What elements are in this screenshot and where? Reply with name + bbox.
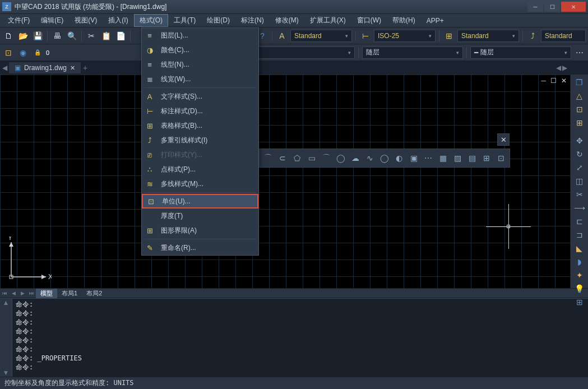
cloud-icon[interactable]: ☁ <box>350 153 360 163</box>
menu-dropdown-item[interactable]: ≡线型(N)... <box>142 57 258 72</box>
open-icon[interactable]: 📂 <box>17 30 29 42</box>
arc2-icon[interactable]: ⊂ <box>277 153 288 163</box>
offset-icon[interactable]: ⊡ <box>573 105 586 114</box>
rect-icon[interactable]: ▭ <box>307 153 317 163</box>
menu-item[interactable]: 绘图(D) <box>201 14 235 27</box>
paste-icon[interactable]: 📄 <box>114 30 127 42</box>
gradient-icon[interactable]: ▨ <box>452 153 462 163</box>
region-icon[interactable]: ▤ <box>467 153 477 163</box>
layout-nav-prev-icon[interactable]: ◀ <box>9 290 18 296</box>
command-text[interactable]: 命令: 命令: 命令: 命令: 命令: 命令: 命令: _PROPERTIES … <box>12 299 588 377</box>
layout-tab[interactable]: 布局2 <box>82 289 107 298</box>
menu-item[interactable]: 修改(M) <box>270 14 304 27</box>
mirror-icon[interactable]: △ <box>573 91 586 100</box>
fillet-icon[interactable]: ◗ <box>573 257 586 266</box>
props-icon[interactable]: ⊞ <box>573 298 586 307</box>
menu-dropdown-item[interactable]: A文字样式(S)... <box>142 89 258 104</box>
hatch-icon[interactable]: ▦ <box>438 153 448 163</box>
mleader-combo[interactable]: Standard <box>541 30 586 42</box>
menu-dropdown-item[interactable]: ∴点样式(P)... <box>142 162 258 177</box>
menu-item[interactable]: 窗口(W) <box>351 14 387 27</box>
menu-item[interactable]: 视图(V) <box>69 14 103 27</box>
drawing-max-icon[interactable]: ☐ <box>550 77 557 85</box>
mleader-icon[interactable]: ⤴ <box>526 30 539 42</box>
layout-tab[interactable]: 模型 <box>36 289 57 298</box>
layer-icon[interactable]: ⊡ <box>2 47 15 59</box>
floating-close-icon[interactable]: ✕ <box>497 133 510 146</box>
tablestyle-icon[interactable]: ⊞ <box>443 30 455 42</box>
menu-dropdown-item[interactable]: ≡图层(L)... <box>142 28 258 43</box>
table-icon[interactable]: ⊞ <box>481 153 492 163</box>
command-scroll[interactable]: ▲▼ <box>0 299 12 377</box>
copy-tool-icon[interactable]: ❐ <box>573 78 586 87</box>
stretch-icon[interactable]: ◫ <box>573 177 586 186</box>
preview-icon[interactable]: 🔍 <box>66 30 78 42</box>
polygon-icon[interactable]: ⬠ <box>292 153 302 163</box>
menu-item[interactable]: 插入(I) <box>103 14 133 27</box>
dimstyle-icon[interactable]: ⊢ <box>359 30 372 42</box>
menu-dropdown-item[interactable]: ⊞表格样式(B)... <box>142 118 258 133</box>
layer-num-icon[interactable]: 🔒 <box>31 47 44 59</box>
linetype-icon[interactable]: ⋯ <box>573 47 586 59</box>
layer-combo[interactable]: ▾ <box>254 47 355 59</box>
dimstyle-combo[interactable]: ISO-25▾ <box>374 30 436 42</box>
drawing-canvas[interactable]: ─ ☐ ✕ X Y <box>0 75 570 288</box>
maximize-button[interactable]: ☐ <box>544 2 560 12</box>
nav-left-icon[interactable]: ◀ <box>556 64 561 72</box>
arc-icon[interactable]: ⌒ <box>263 153 273 163</box>
linetype-combo[interactable]: 随层▾ <box>362 47 463 59</box>
floating-draw-toolbar[interactable]: ✕ ⌒ ⊂ ⬠ ▭ ⌒ ◯ ☁ ∿ ◯ ◐ ▣ ⋯ ▦ ▨ ▤ ⊞ ⊡ <box>259 149 510 168</box>
menu-dropdown-item[interactable]: ≋多线样式(M)... <box>142 177 258 191</box>
menu-dropdown-item[interactable]: ⊞图形界限(A) <box>142 223 258 238</box>
menu-dropdown-item[interactable]: ◑颜色(C)... <box>142 43 258 57</box>
nav-right-icon[interactable]: ▶ <box>562 64 567 72</box>
minimize-button[interactable]: ─ <box>527 2 543 12</box>
cut-icon[interactable]: ✂ <box>85 30 98 42</box>
menu-item[interactable]: 扩展工具(X) <box>304 14 351 27</box>
layout-nav-last-icon[interactable]: ⏭ <box>27 290 36 296</box>
explode-icon[interactable]: ✦ <box>573 271 586 280</box>
textstyle-combo[interactable]: Standard▾ <box>290 30 352 42</box>
menu-item[interactable]: 格式(O) <box>134 14 168 27</box>
break-icon[interactable]: ⊏ <box>573 217 586 226</box>
tab-add-icon[interactable]: + <box>81 63 90 72</box>
block-icon[interactable]: ▣ <box>409 153 419 163</box>
menu-dropdown-item[interactable]: ⊡单位(U)... <box>142 194 258 209</box>
scale-icon[interactable]: ⤢ <box>573 163 586 172</box>
array-icon[interactable]: ⊞ <box>573 118 586 127</box>
arc3-icon[interactable]: ⌒ <box>321 153 331 163</box>
textstyle-icon[interactable]: A <box>276 30 288 42</box>
save-icon[interactable]: 💾 <box>31 30 44 42</box>
close-button[interactable]: ✕ <box>561 2 586 12</box>
copy-icon[interactable]: 📋 <box>100 30 112 42</box>
layout-nav-next-icon[interactable]: ▶ <box>18 290 27 296</box>
ellipse-icon[interactable]: ◯ <box>379 153 390 163</box>
donut-icon[interactable]: ◐ <box>394 153 404 163</box>
join-icon[interactable]: ⊐ <box>573 230 586 239</box>
rotate-icon[interactable]: ↻ <box>573 150 586 159</box>
document-tab[interactable]: ▣ Drawing1.dwg ✕ <box>9 62 81 73</box>
menu-item[interactable]: 帮助(H) <box>387 14 421 27</box>
bulb-icon[interactable]: 💡 <box>573 284 586 293</box>
tablestyle-combo[interactable]: Standard▾ <box>457 30 519 42</box>
move-icon[interactable]: ✥ <box>573 136 586 145</box>
menu-dropdown-item[interactable]: 厚度(T) <box>142 209 258 223</box>
menu-dropdown-item[interactable]: ✎重命名(R)... <box>142 240 258 255</box>
menu-dropdown-item[interactable]: ⊢标注样式(D)... <box>142 104 258 118</box>
circle-icon[interactable]: ◯ <box>336 153 346 163</box>
extend-icon[interactable]: ⟶ <box>573 203 586 212</box>
menu-dropdown-item[interactable]: ⤴多重引线样式(I) <box>142 133 258 147</box>
menu-item[interactable]: 编辑(E) <box>35 14 69 27</box>
print-icon[interactable]: 🖶 <box>51 30 63 42</box>
lineweight-combo[interactable]: ━随层▾ <box>470 47 571 59</box>
menu-item[interactable]: 工具(T) <box>168 14 201 27</box>
tab-close-icon[interactable]: ✕ <box>70 64 75 72</box>
menu-dropdown-item[interactable]: ≣线宽(W)... <box>142 72 258 86</box>
menu-item[interactable]: 标注(N) <box>235 14 270 27</box>
drawing-min-icon[interactable]: ─ <box>541 77 546 85</box>
text-icon[interactable]: ⊡ <box>496 153 506 163</box>
drawing-close-icon[interactable]: ✕ <box>561 77 567 85</box>
menu-item[interactable]: APP+ <box>421 15 450 26</box>
layout-tab[interactable]: 布局1 <box>57 289 82 298</box>
tab-nav-left-icon[interactable]: ◀ <box>0 64 9 72</box>
